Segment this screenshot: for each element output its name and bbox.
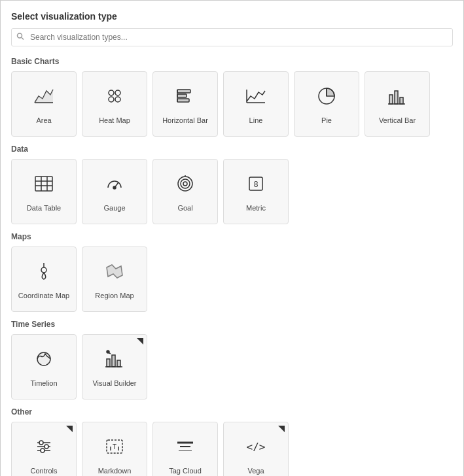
svg-text:</>: </> xyxy=(247,441,266,453)
svg-point-47 xyxy=(45,445,48,449)
cards-row-maps: Coordinate Map Region Map xyxy=(11,246,453,312)
section-label-maps: Maps xyxy=(11,232,453,241)
card-label-gauge: Gauge xyxy=(103,204,125,212)
card-label-data-table: Data Table xyxy=(27,204,61,212)
svg-point-28 xyxy=(181,179,190,188)
card-pie[interactable]: Pie xyxy=(294,71,359,137)
svg-point-5 xyxy=(115,90,120,95)
svg-point-41 xyxy=(107,350,109,353)
card-label-goal: Goal xyxy=(177,204,192,212)
search-container xyxy=(11,28,453,46)
card-label-heat-map: Heat Map xyxy=(99,116,130,124)
card-goal[interactable]: Goal xyxy=(152,159,218,224)
vega-icon: </> xyxy=(244,435,268,462)
card-label-area: Area xyxy=(36,116,51,124)
section-label-data: Data xyxy=(11,144,453,154)
svg-point-34 xyxy=(37,352,50,366)
card-label-pie: Pie xyxy=(321,116,332,124)
svg-rect-36 xyxy=(107,359,110,367)
section-label-time-series: Time Series xyxy=(11,320,453,329)
svg-point-26 xyxy=(113,186,116,189)
svg-point-4 xyxy=(109,90,114,95)
card-label-region-map: Region Map xyxy=(95,292,134,299)
svg-line-1 xyxy=(22,38,24,40)
tagcloud-icon xyxy=(173,435,197,462)
svg-point-48 xyxy=(41,449,45,452)
svg-marker-35 xyxy=(137,338,143,345)
card-label-horizontal-bar: Horizontal Bar xyxy=(162,116,208,124)
cards-row-data: Data Table Gauge Goal 8 Metric xyxy=(11,159,453,224)
datatable-icon xyxy=(32,172,56,199)
svg-marker-42 xyxy=(66,426,73,432)
section-basic-charts: Basic Charts Area Heat Map Horizontal Ba… xyxy=(11,57,453,137)
section-label-basic-charts: Basic Charts xyxy=(11,57,453,66)
badge-visual-builder xyxy=(136,337,144,345)
card-label-vega: Vega xyxy=(247,467,264,475)
svg-rect-8 xyxy=(177,90,190,93)
card-timelion[interactable]: Timelion xyxy=(11,334,77,400)
visualbuilder-icon xyxy=(103,347,126,374)
regionmap-icon xyxy=(103,260,126,286)
line-icon xyxy=(244,84,268,111)
card-visual-builder[interactable]: Visual Builder xyxy=(82,334,147,400)
controls-icon xyxy=(32,435,56,462)
card-vertical-bar[interactable]: Vertical Bar xyxy=(365,71,430,137)
cards-row-basic-charts: Area Heat Map Horizontal Bar Line Pie Ve… xyxy=(11,71,453,137)
gauge-icon xyxy=(103,172,126,199)
section-other: Other Controls T Markdown Tag Cloud </> … xyxy=(11,407,453,476)
svg-rect-16 xyxy=(389,95,393,104)
card-gauge[interactable]: Gauge xyxy=(82,159,147,224)
svg-text:8: 8 xyxy=(254,180,259,189)
card-data-table[interactable]: Data Table xyxy=(11,159,77,224)
coordmap-icon xyxy=(32,260,56,286)
svg-point-7 xyxy=(115,97,120,102)
svg-rect-20 xyxy=(35,177,52,191)
card-coordinate-map[interactable]: Coordinate Map xyxy=(11,246,77,312)
svg-rect-9 xyxy=(177,94,187,97)
svg-point-33 xyxy=(41,267,46,273)
markdown-icon: T xyxy=(103,435,126,462)
card-line[interactable]: Line xyxy=(223,71,289,137)
card-tag-cloud[interactable]: Tag Cloud xyxy=(152,422,218,476)
section-label-other: Other xyxy=(11,407,453,416)
svg-rect-18 xyxy=(400,97,403,104)
badge-controls xyxy=(65,425,73,433)
timelion-icon xyxy=(32,347,56,374)
svg-point-29 xyxy=(183,182,187,186)
badge-vega xyxy=(277,425,285,433)
card-label-timelion: Timelion xyxy=(30,379,57,387)
card-markdown[interactable]: T Markdown xyxy=(82,422,147,476)
search-input[interactable] xyxy=(11,28,453,46)
card-region-map[interactable]: Region Map xyxy=(82,246,147,312)
svg-marker-56 xyxy=(278,426,285,432)
svg-rect-10 xyxy=(177,99,189,102)
heatmap-icon xyxy=(103,84,126,111)
section-data: Data Data Table Gauge Goal 8 Metric xyxy=(11,144,453,224)
search-icon xyxy=(16,33,24,42)
svg-point-46 xyxy=(39,441,43,445)
goal-icon xyxy=(173,172,197,199)
card-controls[interactable]: Controls xyxy=(11,422,77,476)
card-metric[interactable]: 8 Metric xyxy=(223,159,289,224)
card-label-visual-builder: Visual Builder xyxy=(92,379,136,387)
card-label-markdown: Markdown xyxy=(98,467,132,475)
card-heat-map[interactable]: Heat Map xyxy=(82,71,147,137)
vbar-icon xyxy=(385,84,409,111)
svg-rect-38 xyxy=(117,360,120,367)
card-area[interactable]: Area xyxy=(11,71,77,137)
svg-text:T: T xyxy=(113,443,116,450)
area-icon xyxy=(32,84,56,111)
svg-point-6 xyxy=(109,97,114,102)
section-maps: Maps Coordinate Map Region Map xyxy=(11,232,453,312)
hbar-icon xyxy=(173,84,197,111)
svg-marker-2 xyxy=(35,90,53,103)
page-title: Select visualization type xyxy=(11,11,453,22)
card-vega[interactable]: </> Vega xyxy=(223,422,289,476)
cards-row-other: Controls T Markdown Tag Cloud </> Vega xyxy=(11,422,453,476)
cards-row-time-series: Timelion Visual Builder xyxy=(11,334,453,400)
svg-rect-17 xyxy=(395,91,398,104)
svg-point-0 xyxy=(18,33,22,38)
pie-icon xyxy=(315,84,338,111)
card-horizontal-bar[interactable]: Horizontal Bar xyxy=(152,71,218,137)
card-label-coordinate-map: Coordinate Map xyxy=(18,292,69,299)
